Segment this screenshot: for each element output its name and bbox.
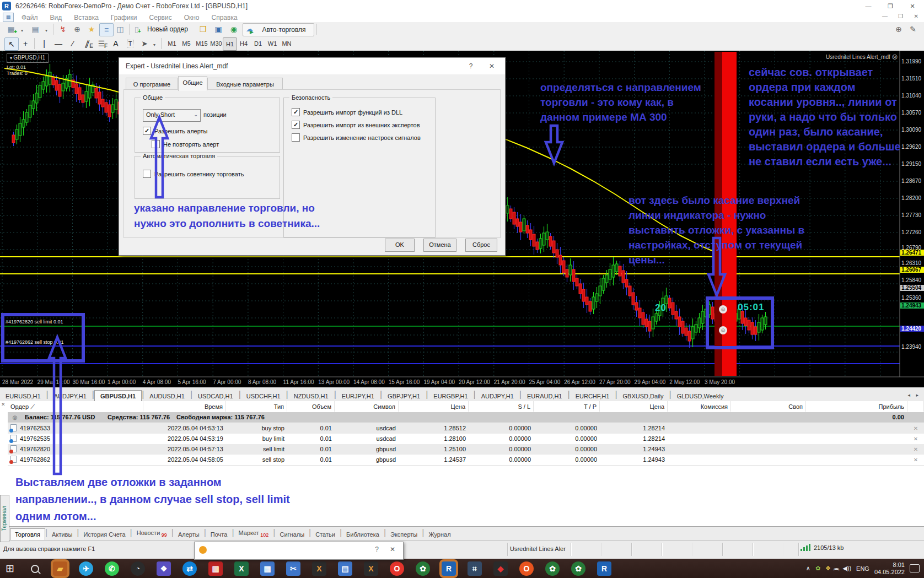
checkbox-icon[interactable] [143, 170, 151, 178]
new-chart-button[interactable]: ▦+ [4, 23, 18, 35]
wifi-icon[interactable]: (( [834, 568, 840, 569]
profiles-dropdown[interactable]: ▾ [43, 23, 50, 35]
terminal-tab-Алерты[interactable]: Алерты [174, 529, 204, 540]
vertical-line-icon[interactable]: | [37, 37, 51, 50]
menu-Файл[interactable]: Файл [15, 13, 44, 23]
cancel-button[interactable]: Отмена [423, 239, 456, 252]
taskbar-icon-excel[interactable]: X [234, 561, 249, 576]
terminal-tab-Новости[interactable]: Новости 99 [132, 527, 171, 540]
strategy-tester-icon[interactable]: ▣ [212, 23, 225, 35]
properties-icon[interactable]: ✎ [906, 23, 920, 35]
symbol-tab-GBPUSD,H1[interactable]: GBPUSD,H1 [94, 390, 142, 402]
order-row-419762533[interactable]: 4197625332022.05.04 04:53:13buy stop0.01… [8, 423, 924, 434]
menu-Вид[interactable]: Вид [44, 13, 68, 23]
popup-help-icon[interactable]: ? [375, 545, 379, 553]
tray-leaf-icon[interactable]: ✿ [815, 565, 820, 572]
terminal-tab-Торговля[interactable]: Торговля [10, 528, 45, 540]
terminal-tab-Статьи[interactable]: Статьи [311, 529, 340, 540]
common-checkbox-item[interactable]: Не повторять алерт [152, 140, 219, 148]
positions-dropdown[interactable]: Only Short⌄ [143, 109, 201, 122]
timeframe-M5[interactable]: M5 [180, 37, 193, 50]
dialog-tab-Входные параметры[interactable]: Входные параметры [207, 78, 283, 90]
terminal-tab-Сигналы[interactable]: Сигналы [275, 529, 309, 540]
autotrade-button[interactable]: ☁ ▶ Авто-торговля [243, 23, 314, 36]
security-checkbox-item[interactable]: ✓Разрешить импорт функций из DLL [292, 108, 402, 116]
language-indicator[interactable]: ENG [856, 565, 869, 572]
channel-icon[interactable]: ∥E [80, 37, 94, 50]
taskbar-icon-file-explorer[interactable]: ▰ [53, 561, 67, 576]
taskbar-icon-antivirus[interactable]: ✿ [416, 561, 430, 576]
order-row-419762820[interactable]: 4197628202022.05.04 04:57:13sell limit0.… [8, 444, 924, 455]
minimize-button[interactable]: — [859, 1, 878, 11]
symbol-tab-EURGBP,H1[interactable]: EURGBP,H1 [428, 391, 473, 402]
symbol-tab-NZDUSD,H1[interactable]: NZDUSD,H1 [288, 391, 334, 402]
navigator-button[interactable]: ◫ [114, 23, 127, 35]
tray-shield-icon[interactable]: ❖ [825, 565, 831, 572]
taskbar-search-icon[interactable] [31, 565, 39, 573]
signals-icon[interactable]: ◉ [227, 23, 240, 35]
security-checkbox-item[interactable]: Разрешить изменение настроек сигналов [292, 133, 421, 142]
timeframe-H4[interactable]: H4 [237, 37, 250, 50]
timeframe-H1[interactable]: H1 [223, 37, 237, 51]
profiles-button[interactable]: ▤ [29, 23, 42, 35]
tab-scroll-arrows[interactable]: ◂ ▸ [907, 392, 921, 398]
taskbar-icon-whatsapp[interactable]: ✆ [105, 561, 119, 576]
shapes-icon[interactable]: ➤ [138, 37, 151, 50]
checkbox-icon[interactable] [292, 133, 300, 142]
crosshair-tool-icon[interactable]: ⊕ [71, 23, 84, 35]
terminal-tab-Почта[interactable]: Почта [206, 529, 232, 540]
child-close-button[interactable]: ✕ [914, 13, 918, 19]
column-header-Ордер[interactable]: Ордер ⟋ [8, 401, 143, 412]
terminal-side-tab[interactable]: Терминал [0, 495, 9, 542]
text-label-icon[interactable]: T [123, 37, 137, 50]
symbol-tab-GLDUSD,Weekly[interactable]: GLDUSD,Weekly [671, 391, 729, 402]
symbol-tab-EURCHF,H1[interactable]: EURCHF,H1 [570, 391, 615, 402]
terminal-tab-Эксперты[interactable]: Эксперты [386, 529, 422, 540]
taskbar-icon-origin[interactable]: O [519, 561, 534, 576]
terminal-tab-Маркет[interactable]: Маркет 102 [234, 527, 273, 540]
zoom-in-icon[interactable]: ⊕ [892, 23, 905, 35]
terminal-tab-Активы[interactable]: Активы [47, 529, 77, 540]
notification-center-icon[interactable] [910, 564, 920, 572]
column-header-S / L[interactable]: S / L [469, 401, 534, 412]
delete-order-icon[interactable]: ✕ [907, 423, 924, 434]
speaker-icon[interactable]: ◀)) [842, 565, 851, 572]
taskbar-icon-anydesk[interactable]: X [312, 561, 326, 576]
taskbar-icon-snipping-tool[interactable]: ✂ [286, 561, 300, 576]
taskbar-icon-opera[interactable]: O [390, 561, 404, 576]
shapes-dropdown[interactable]: ▾ [151, 37, 158, 50]
balance-row[interactable]: ◎Баланс: 115 767.76 USDСредства: 115 767… [8, 412, 924, 423]
taskbar-icon-schedule[interactable]: ▤ [338, 561, 352, 576]
column-header-Цена[interactable]: Цена [600, 401, 668, 412]
alert-popup-partial[interactable]: ? ✕ [194, 542, 404, 560]
trendline-icon[interactable]: ∕ [66, 37, 79, 50]
symbol-tab-AUDUSD,H1[interactable]: AUDUSD,H1 [144, 391, 190, 402]
auto-checkbox-item[interactable]: Разрешить советнику торговать [143, 170, 244, 178]
tray-chevron-icon[interactable]: ∧ [806, 565, 810, 572]
start-button[interactable]: ⊞ [6, 563, 14, 574]
terminal-tab-Библиотека[interactable]: Библиотека [342, 529, 384, 540]
column-header-Комиссия[interactable]: Комиссия [668, 401, 731, 412]
favorites-folder-icon[interactable]: ★ [85, 23, 98, 35]
taskbar-icon-security-shield[interactable]: ❖ [157, 561, 171, 576]
common-checkbox-item[interactable]: ✓Разрешить алерты [143, 127, 208, 135]
column-header-Символ[interactable]: Символ [335, 401, 399, 412]
symbol-tab-AUDJPY,H1[interactable]: AUDJPY,H1 [49, 391, 92, 402]
taskbar-icon-pinwheel-3[interactable]: ✿ [571, 561, 585, 576]
symbol-tab-GBXUSD,Daily[interactable]: GBXUSD,Daily [617, 391, 669, 402]
column-header-Объем[interactable]: Объем [287, 401, 335, 412]
text-tool-icon[interactable]: A [109, 37, 122, 50]
delete-order-icon[interactable]: ✕ [907, 444, 924, 455]
history-book-icon[interactable]: ❒ [196, 23, 209, 35]
child-restore-button[interactable]: ❐ [898, 13, 903, 19]
taskbar-icon-roboforex-mt4[interactable]: R [442, 561, 456, 576]
reset-button[interactable]: Сброс [465, 239, 497, 252]
column-header-T / P[interactable]: T / P [534, 401, 600, 412]
ok-button[interactable]: OK [385, 239, 415, 252]
tick-chart-icon[interactable]: ↯ [56, 23, 69, 35]
symbol-tab-AUDJPY,H1[interactable]: AUDJPY,H1 [476, 391, 519, 402]
taskbar-icon-pc-settings[interactable]: ⌗ [468, 561, 482, 576]
taskbar-icon-calculator[interactable]: ▦ [260, 561, 275, 576]
popup-close-icon[interactable]: ✕ [390, 545, 395, 553]
dialog-tab-О программе[interactable]: О программе [126, 78, 178, 90]
